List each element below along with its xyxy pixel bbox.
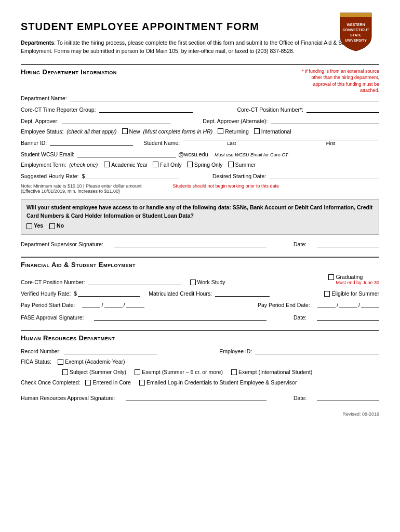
- no-item: No: [49, 222, 64, 230]
- emp-term-label: Employment Term:: [21, 162, 66, 168]
- international-checkbox[interactable]: [254, 128, 260, 134]
- international-label: International: [261, 128, 291, 135]
- pay-period-row: Pay Period Start Date: / / Pay Period En…: [21, 301, 379, 308]
- eligible-summer-label: Eligible for Summer: [331, 290, 379, 297]
- date-field-1[interactable]: [317, 240, 379, 247]
- yes-item: Yes: [26, 222, 43, 230]
- spring-only-checkbox[interactable]: [187, 162, 193, 167]
- date-label-2: Date:: [294, 314, 306, 321]
- emailed-label: Emailed Log-in Credentials to Student Em…: [146, 379, 297, 385]
- exempt-summer-6-checkbox[interactable]: [135, 369, 140, 375]
- subject-summer-checkbox[interactable]: [62, 369, 68, 375]
- fa-hourly-field[interactable]: [78, 289, 140, 297]
- eligible-summer-checkbox[interactable]: [324, 291, 330, 297]
- work-study-checkbox[interactable]: [190, 280, 196, 285]
- pay-start-label: Pay Period Start Date:: [21, 302, 75, 308]
- approver-alt-field[interactable]: [271, 117, 379, 124]
- record-label: Record Number:: [21, 348, 61, 354]
- supervisor-sig-field[interactable]: [114, 240, 266, 247]
- returning-checkbox[interactable]: [218, 128, 223, 134]
- student-name-field[interactable]: [183, 140, 379, 140]
- academic-year-item: Academic Year: [104, 162, 148, 168]
- date-field-3[interactable]: [317, 394, 379, 401]
- logo-container: WESTERN CONNECTICUT STATE UNIVERSITY: [332, 10, 379, 53]
- supervisor-sig-label: Department Supervisor Signature:: [21, 241, 103, 247]
- svg-text:WESTERN: WESTERN: [347, 23, 365, 26]
- student-name-label: Student Name:: [143, 140, 180, 146]
- banner-field[interactable]: [50, 139, 133, 146]
- page-title: STUDENT EMPLOYEE APPOINTMENT FORM: [21, 21, 379, 33]
- approver-field[interactable]: [62, 117, 170, 124]
- access-question-box: Will your student employee have access t…: [21, 199, 379, 235]
- access-question: Will your student employee have access t…: [26, 204, 372, 219]
- dept-name-field[interactable]: [70, 94, 379, 101]
- pay-end-label: Pay Period End Date:: [258, 302, 310, 308]
- international-checkbox-item: International: [254, 128, 291, 135]
- date-label-1: Date:: [294, 241, 306, 247]
- fase-sig-field[interactable]: [94, 313, 266, 321]
- pay-end-field[interactable]: / /: [317, 301, 379, 308]
- returning-label: Returning: [225, 128, 249, 135]
- fa-core-ct-field[interactable]: [88, 278, 182, 285]
- graduating-checkbox[interactable]: [328, 274, 334, 280]
- pay-start-field[interactable]: / /: [82, 301, 144, 308]
- exempt-international-checkbox[interactable]: [231, 369, 237, 375]
- emailed-checkbox[interactable]: [139, 380, 145, 385]
- fa-core-ct-label: Core-CT Position Number:: [21, 279, 85, 285]
- returning-checkbox-item: Returning: [218, 128, 249, 135]
- dept-name-row: Department Name:: [21, 94, 379, 101]
- check-once-row: Check Once Completed: Entered in Core Em…: [21, 379, 379, 385]
- min-rate-note-block: Note: Minimum rate is $10.10 | Please en…: [21, 183, 141, 194]
- svg-text:STATE: STATE: [350, 33, 362, 37]
- date-field-2[interactable]: [317, 313, 379, 321]
- fica-row: FICA Status: Exempt (Academic Year): [21, 358, 379, 365]
- email-field[interactable]: [77, 150, 176, 157]
- new-label: New: [129, 128, 140, 135]
- intro-text: Departments: To initiate the hiring proc…: [21, 39, 379, 56]
- credit-hours-label: Matriculated Credit Hours:: [149, 290, 212, 297]
- summer-checkbox[interactable]: [228, 162, 234, 167]
- exempt-academic-checkbox[interactable]: [58, 359, 63, 365]
- employee-id-label: Employee ID:: [219, 348, 252, 354]
- funding-note: * If funding is from an external source …: [296, 68, 379, 94]
- emp-status-label: Employee Status:: [21, 128, 63, 135]
- hr-sig-field[interactable]: [126, 394, 266, 401]
- fase-sig-label: FASE Approval Signature:: [21, 314, 84, 321]
- fall-only-checkbox[interactable]: [153, 162, 158, 167]
- academic-year-checkbox[interactable]: [104, 162, 110, 167]
- record-field[interactable]: [64, 347, 157, 354]
- entered-core-checkbox[interactable]: [85, 380, 91, 385]
- new-checkbox[interactable]: [122, 128, 128, 134]
- supervisor-sig-row: Department Supervisor Signature: Date:: [21, 240, 379, 247]
- emailed-item: Emailed Log-in Credentials to Student Em…: [139, 379, 297, 385]
- no-checkbox[interactable]: [49, 223, 55, 229]
- fa-core-ct-row: Core-CT Position Number: Work Study Grad…: [21, 274, 379, 285]
- min-rate-note: Note: Minimum rate is $10.10 | Please en…: [21, 183, 141, 189]
- fica-row2: Subject (Summer Only) Exempt (Summer – 6…: [62, 369, 379, 375]
- subject-summer-label: Subject (Summer Only): [70, 369, 126, 375]
- hourly-rate-field[interactable]: [86, 172, 179, 179]
- eligible-summer-item: Eligible for Summer: [324, 290, 379, 297]
- dollar-sign-1: $: [82, 173, 85, 179]
- core-ct-field[interactable]: [99, 105, 193, 113]
- approver-alt-label: Dept. Approver (Alternate):: [203, 118, 268, 124]
- starting-date-label: Desired Starting Date:: [212, 173, 266, 179]
- exempt-summer-6-label: Exempt (Summer – 6 cr. or more): [142, 369, 223, 375]
- summer-item: Summer: [228, 162, 256, 168]
- rate-date-row: Suggested Hourly Rate: $ Desired Startin…: [21, 172, 379, 179]
- employee-id-field[interactable]: [255, 347, 379, 354]
- date-label-3: Date:: [294, 395, 306, 401]
- position-label: Core-CT Position Number*:: [237, 107, 303, 113]
- emp-term-note: (check one): [69, 162, 98, 168]
- starting-date-field[interactable]: [269, 172, 379, 179]
- graduating-item: Graduating: [328, 274, 363, 280]
- financial-aid-header: Financial Aid & Student Employment: [21, 261, 379, 269]
- credit-hours-field[interactable]: [215, 289, 270, 297]
- entered-core-item: Entered in Core: [85, 379, 131, 385]
- yes-checkbox[interactable]: [26, 223, 32, 229]
- financial-aid-section: Financial Aid & Student Employment Core-…: [21, 257, 379, 321]
- exempt-international-label: Exempt (International Student): [238, 369, 312, 375]
- position-field[interactable]: [306, 105, 379, 113]
- banner-row: Banner ID: Student Name: Last First: [21, 139, 379, 146]
- approver-label: Dept. Approver:: [21, 118, 59, 124]
